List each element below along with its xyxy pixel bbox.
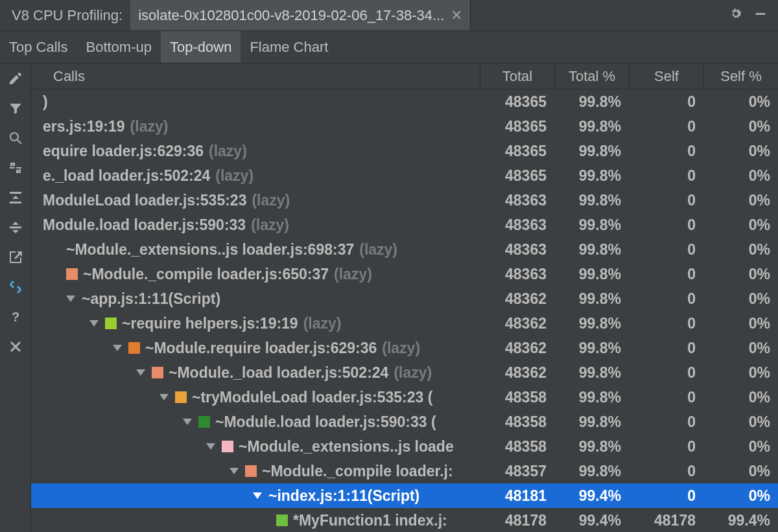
cell-self: 0 (629, 118, 703, 135)
cell-selfp: 0% (703, 93, 778, 111)
row-label: ~tryModuleLoad loader.js:535:23 ( (31, 389, 480, 406)
cell-self: 0 (629, 487, 703, 505)
tree-row[interactable]: ers.js:19:19 (lazy)4836599.8%00% (31, 114, 778, 139)
edit-icon[interactable] (7, 70, 24, 87)
cell-selfp: 0% (703, 290, 778, 308)
color-swatch-icon (105, 318, 117, 329)
tab-top-down[interactable]: Top-down (161, 31, 241, 63)
call-name: ~require helpers.js:19:19 (122, 315, 298, 332)
tab-bottom-up[interactable]: Bottom-up (77, 31, 161, 63)
cell-totalp: 99.8% (554, 389, 629, 406)
cell-total: 48362 (480, 364, 554, 382)
tree-row[interactable]: ~index.js:1:11(Script)4818199.4%00% (31, 483, 778, 508)
filter-icon[interactable] (7, 100, 24, 117)
tab-flame-chart[interactable]: Flame Chart (241, 31, 337, 63)
call-tag: (lazy) (334, 266, 372, 283)
tree-row[interactable]: Module.load loader.js:590:33 (lazy)48363… (31, 213, 778, 237)
color-swatch-icon (66, 268, 78, 280)
cell-totalp: 99.8% (554, 241, 629, 259)
cell-total: 48365 (480, 93, 554, 111)
cell-totalp: 99.8% (554, 438, 629, 456)
row-label: Module.load loader.js:590:33 (lazy) (31, 216, 480, 234)
cell-self: 0 (629, 463, 703, 480)
cell-total: 48365 (480, 118, 554, 135)
file-tab[interactable]: isolate-0x102801c00-v8-2019-02-06_17-38-… (130, 0, 471, 30)
col-total[interactable]: Total (480, 64, 554, 89)
export-icon[interactable] (7, 249, 24, 266)
svg-rect-4 (16, 167, 21, 168)
tree-row[interactable]: ~tryModuleLoad loader.js:535:23 (4835899… (31, 385, 778, 410)
row-label: ~require helpers.js:19:19 (lazy) (31, 315, 480, 332)
cell-selfp: 0% (703, 315, 778, 332)
call-tag: (lazy) (359, 241, 397, 259)
cell-self: 0 (629, 290, 703, 308)
expand-toggle-icon[interactable] (66, 295, 75, 302)
tree-row[interactable]: ~Module.require loader.js:629:36 (lazy)4… (31, 336, 778, 360)
row-label: ers.js:19:19 (lazy) (31, 118, 480, 135)
search-icon[interactable] (7, 130, 24, 146)
row-label: ~Module.require loader.js:629:36 (lazy) (31, 340, 480, 357)
tree-row[interactable]: ~Module._compile loader.j:4835799.8%00% (31, 459, 778, 483)
row-label: equire loader.js:629:36 (lazy) (31, 143, 480, 160)
tree-row[interactable]: ~Module._compile loader.js:650:37 (lazy)… (31, 262, 778, 286)
svg-rect-5 (10, 192, 21, 194)
tree-row[interactable]: ~app.js:1:11(Script)4836299.8%00% (31, 286, 778, 311)
row-label: *MyFunction1 index.j: (31, 512, 480, 529)
cell-totalp: 99.8% (554, 192, 629, 209)
tree-row[interactable]: *MyFunction1 index.j:4817899.4%4817899.4… (31, 508, 778, 532)
tree-row[interactable]: ~Module.load loader.js:590:33 (4835899.8… (31, 410, 778, 434)
col-self-pct[interactable]: Self % (703, 64, 778, 89)
tab-top-calls[interactable]: Top Calls (0, 31, 77, 63)
tree-row[interactable]: ~Module._extensions..js loade4835899.8%0… (31, 434, 778, 459)
row-label: ~Module._compile loader.js:650:37 (lazy) (31, 266, 480, 283)
col-self[interactable]: Self (629, 64, 703, 89)
tree-row[interactable]: ~Module._extensions..js loader.js:698:37… (31, 237, 778, 262)
cell-selfp: 0% (703, 266, 778, 283)
expand-toggle-icon[interactable] (183, 419, 192, 425)
expand-toggle-icon[interactable] (136, 369, 145, 376)
collapse-all-icon[interactable] (7, 219, 24, 236)
expand-toggle-icon[interactable] (230, 468, 239, 474)
cell-self: 48178 (629, 512, 703, 529)
row-label: ~Module._extensions..js loader.js:698:37… (31, 241, 480, 259)
gear-icon[interactable] (729, 6, 743, 25)
call-name: ~Module._compile loader.j: (262, 463, 453, 480)
expand-all-icon[interactable] (7, 189, 24, 206)
tree-row[interactable]: )4836599.8%00% (31, 89, 778, 114)
call-name: ~Module._extensions..js loade (239, 438, 454, 456)
expand-toggle-icon[interactable] (159, 394, 169, 400)
call-name: ers.js:19:19 (43, 118, 125, 135)
expand-toggle-icon[interactable] (89, 320, 99, 327)
row-label: ~app.js:1:11(Script) (31, 290, 480, 308)
help-icon[interactable]: ? (7, 308, 24, 325)
collapse-in-icon[interactable] (7, 159, 24, 176)
row-label: ) (31, 93, 480, 111)
call-tag: (lazy) (251, 216, 289, 234)
tree-row[interactable]: ~Module._load loader.js:502:24 (lazy)483… (31, 360, 778, 385)
tree-row[interactable]: ~require helpers.js:19:19 (lazy)4836299.… (31, 311, 778, 336)
panel-title: V8 CPU Profiling: (4, 7, 130, 24)
call-name: equire loader.js:629:36 (43, 143, 204, 160)
expand-toggle-icon[interactable] (206, 443, 215, 450)
cell-selfp: 0% (703, 463, 778, 480)
call-name: ~Module.load loader.js:590:33 ( (215, 413, 436, 431)
cell-selfp: 0% (703, 167, 778, 185)
close-icon[interactable]: ✕ (451, 7, 462, 24)
tree-row[interactable]: ModuleLoad loader.js:535:23 (lazy)483639… (31, 188, 778, 213)
expand-toggle-icon[interactable] (113, 345, 122, 351)
cell-total: 48362 (480, 290, 554, 308)
row-label: ~Module._load loader.js:502:24 (lazy) (31, 364, 480, 382)
col-calls[interactable]: Calls (31, 64, 480, 89)
cell-self: 0 (629, 438, 703, 456)
minimize-icon[interactable] (753, 6, 768, 25)
tree-row[interactable]: equire loader.js:629:36 (lazy)4836599.8%… (31, 139, 778, 163)
expand-toggle-icon[interactable] (253, 492, 262, 499)
cell-total: 48363 (480, 192, 554, 209)
tree-row[interactable]: e._load loader.js:502:24 (lazy)4836599.8… (31, 163, 778, 188)
close-panel-icon[interactable] (7, 338, 24, 355)
col-total-pct[interactable]: Total % (554, 64, 629, 89)
call-name: ~tryModuleLoad loader.js:535:23 ( (192, 389, 432, 406)
compare-icon[interactable] (7, 279, 24, 295)
cell-total: 48178 (480, 512, 554, 529)
cell-totalp: 99.8% (554, 290, 629, 308)
